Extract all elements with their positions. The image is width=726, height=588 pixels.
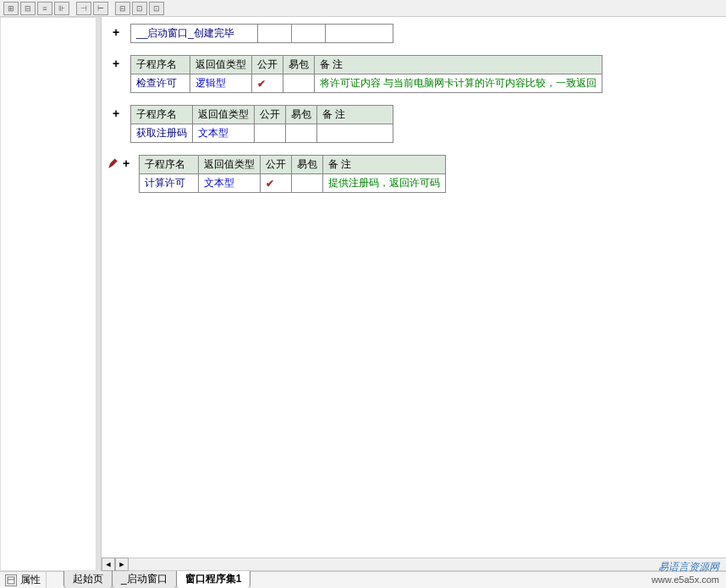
- header-name: 子程序名: [140, 156, 199, 174]
- subroutine-row-0: + __启动窗口_创建完毕: [102, 24, 726, 43]
- header-remark: 备 注: [315, 56, 602, 74]
- subroutine-name-cell[interactable]: __启动窗口_创建完毕: [131, 25, 258, 43]
- header-name: 子程序名: [131, 56, 190, 74]
- cell-public[interactable]: ✔: [252, 74, 283, 93]
- cell-public[interactable]: ✔: [261, 174, 292, 193]
- tab-window-procedure-set[interactable]: 窗口程序集1: [176, 569, 251, 588]
- header-pack: 易包: [292, 156, 323, 174]
- cell-remark[interactable]: 将许可证内容 与当前电脑网卡计算的许可内容比较，一致返回: [315, 74, 602, 93]
- left-tree[interactable]: [0, 17, 96, 571]
- toolbar-btn-9[interactable]: ⊡: [149, 2, 164, 15]
- horizontal-scrollbar[interactable]: ◄ ►: [102, 558, 726, 571]
- empty-cell[interactable]: [292, 25, 326, 43]
- header-public: 公开: [252, 56, 283, 74]
- header-name: 子程序名: [131, 106, 193, 124]
- cell-public[interactable]: [255, 124, 286, 143]
- table-row[interactable]: 计算许可 文本型 ✔ 提供注册码，返回许可码: [140, 174, 446, 193]
- expand-icon[interactable]: +: [113, 25, 119, 39]
- toolbar-sep: [71, 2, 74, 15]
- document-tabs: 起始页 _启动窗口 窗口程序集1: [63, 572, 250, 588]
- cell-type[interactable]: 文本型: [193, 124, 255, 143]
- toolbar-btn-8[interactable]: ⊡: [132, 2, 147, 15]
- cell-name[interactable]: 获取注册码: [131, 124, 193, 143]
- check-icon: ✔: [257, 78, 266, 90]
- splitter[interactable]: [96, 17, 101, 571]
- toolbar-btn-2[interactable]: ⊟: [20, 2, 36, 15]
- header-type: 返回值类型: [199, 156, 261, 174]
- toolbar-btn-3[interactable]: ≡: [37, 2, 52, 15]
- toolbar-btn-4[interactable]: ⊪: [54, 2, 69, 15]
- expand-icon[interactable]: +: [113, 107, 119, 120]
- header-remark: 备 注: [317, 106, 393, 124]
- header-pack: 易包: [286, 106, 317, 124]
- toolbar-sep-2: [110, 2, 113, 15]
- cell-name[interactable]: 检查许可: [131, 74, 190, 93]
- table-row[interactable]: 获取注册码 文本型: [131, 124, 393, 143]
- scroll-left-button[interactable]: ◄: [102, 558, 115, 571]
- scroll-right-button[interactable]: ►: [115, 558, 129, 571]
- check-icon: ✔: [266, 178, 274, 190]
- toolbar-btn-6[interactable]: ⊢: [93, 2, 108, 15]
- cell-type[interactable]: 逻辑型: [190, 74, 252, 93]
- svg-rect-0: [8, 577, 14, 584]
- toolbar: ⊞ ⊟ ≡ ⊪ ⊣ ⊢ ⊟ ⊡ ⊡: [0, 0, 726, 17]
- cell-pack[interactable]: [292, 174, 323, 193]
- property-panel-toggle[interactable]: 属性: [0, 572, 47, 588]
- code-area: + __启动窗口_创建完毕 + 子程: [102, 17, 726, 571]
- tab-start-page[interactable]: 起始页: [63, 569, 113, 588]
- bottom-bar: 属性 起始页 _启动窗口 窗口程序集1: [0, 571, 726, 588]
- header-type: 返回值类型: [190, 56, 252, 74]
- scroll-track[interactable]: [129, 558, 726, 571]
- expand-icon[interactable]: +: [123, 157, 129, 170]
- cell-remark[interactable]: [317, 124, 393, 143]
- subroutine-block-1: + 子程序名 返回值类型 公开 易包 备 注 检查许可 逻辑型 ✔: [102, 55, 726, 93]
- header-type: 返回值类型: [193, 106, 255, 124]
- property-icon: [5, 574, 17, 586]
- empty-cell[interactable]: [258, 25, 292, 43]
- toolbar-btn-1[interactable]: ⊞: [3, 2, 19, 15]
- expand-icon[interactable]: +: [113, 57, 119, 70]
- cell-pack[interactable]: [283, 74, 315, 93]
- subroutine-block-3: + 子程序名 返回值类型 公开 易包 备 注 计算许可 文本型 ✔: [102, 155, 726, 193]
- header-pack: 易包: [283, 56, 315, 74]
- header-remark: 备 注: [323, 156, 446, 174]
- cell-remark[interactable]: 提供注册码，返回许可码: [323, 174, 446, 193]
- subroutine-table[interactable]: 子程序名 返回值类型 公开 易包 备 注 获取注册码 文本型: [130, 105, 393, 143]
- left-panel: [0, 17, 102, 571]
- property-label: 属性: [20, 573, 41, 587]
- empty-cell[interactable]: [326, 25, 393, 43]
- toolbar-btn-7[interactable]: ⊟: [115, 2, 130, 15]
- subroutine-block-2: + 子程序名 返回值类型 公开 易包 备 注 获取注册码 文本型: [102, 105, 726, 143]
- subroutine-table[interactable]: 子程序名 返回值类型 公开 易包 备 注 检查许可 逻辑型 ✔ 将许可证内容 与…: [130, 55, 602, 93]
- toolbar-btn-5[interactable]: ⊣: [76, 2, 91, 15]
- edit-pen-icon: [107, 157, 119, 169]
- subroutine-name-table[interactable]: __启动窗口_创建完毕: [130, 24, 393, 43]
- tab-startup-window[interactable]: _启动窗口: [112, 569, 177, 588]
- header-public: 公开: [255, 106, 286, 124]
- cell-pack[interactable]: [286, 124, 317, 143]
- header-public: 公开: [261, 156, 292, 174]
- subroutine-table[interactable]: 子程序名 返回值类型 公开 易包 备 注 计算许可 文本型 ✔ 提供注册码，返回…: [139, 155, 446, 193]
- table-row[interactable]: 检查许可 逻辑型 ✔ 将许可证内容 与当前电脑网卡计算的许可内容比较，一致返回: [131, 74, 602, 93]
- cell-name[interactable]: 计算许可: [140, 174, 199, 193]
- cell-type[interactable]: 文本型: [199, 174, 261, 193]
- main-area: + __启动窗口_创建完毕 + 子程: [0, 17, 726, 571]
